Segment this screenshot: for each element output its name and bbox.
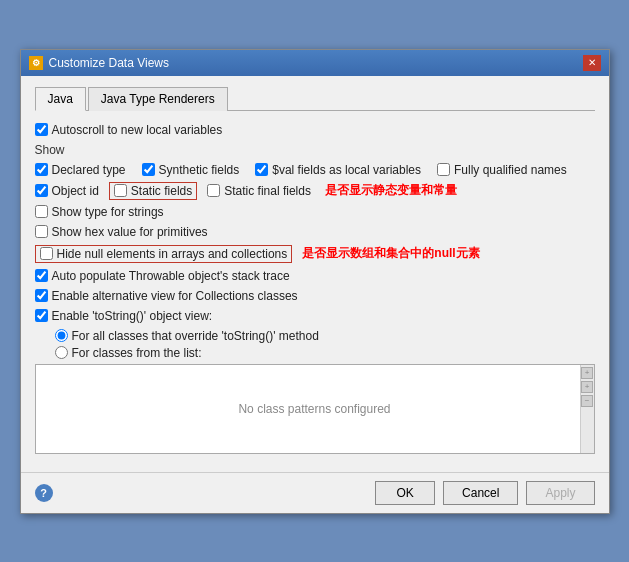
- hide-null-row: Hide null elements in arrays and collect…: [35, 245, 595, 263]
- synthetic-fields-label[interactable]: Synthetic fields: [159, 163, 240, 177]
- hide-null-highlighted: Hide null elements in arrays and collect…: [35, 245, 293, 263]
- static-final-fields-item: Static final fields: [207, 184, 311, 198]
- dialog-window: ⚙ Customize Data Views ✕ Java Java Type …: [20, 49, 610, 514]
- radio-for-list-row: For classes from the list:: [55, 346, 595, 360]
- fully-qualified-checkbox[interactable]: [437, 163, 450, 176]
- declared-type-item: Declared type: [35, 163, 126, 177]
- static-fields-label[interactable]: Static fields: [131, 184, 192, 198]
- ok-button[interactable]: OK: [375, 481, 435, 505]
- radio-for-list-label[interactable]: For classes from the list:: [72, 346, 202, 360]
- hide-null-label[interactable]: Hide null elements in arrays and collect…: [57, 247, 288, 261]
- dialog-content: Java Java Type Renderers Autoscroll to n…: [21, 76, 609, 472]
- enable-tostring-label[interactable]: Enable 'toString()' object view:: [52, 309, 213, 323]
- hide-null-checkbox[interactable]: [40, 247, 53, 260]
- enable-alternative-checkbox[interactable]: [35, 289, 48, 302]
- close-button[interactable]: ✕: [583, 55, 601, 71]
- scroll-plus2-button[interactable]: +: [581, 381, 593, 393]
- show-hex-row: Show hex value for primitives: [35, 225, 595, 239]
- help-section: ?: [35, 484, 368, 502]
- static-fields-annotation: 是否显示静态变量和常量: [325, 182, 457, 199]
- app-icon: ⚙: [29, 56, 43, 70]
- apply-button[interactable]: Apply: [526, 481, 594, 505]
- list-scrollbar: + + −: [580, 365, 594, 453]
- help-button[interactable]: ?: [35, 484, 53, 502]
- autoscroll-row: Autoscroll to new local variables: [35, 123, 595, 137]
- val-fields-label[interactable]: $val fields as local variables: [272, 163, 421, 177]
- show-row-2: Object id Static fields Static final fie…: [35, 182, 595, 200]
- object-id-item: Object id: [35, 184, 99, 198]
- fully-qualified-label[interactable]: Fully qualified names: [454, 163, 567, 177]
- scroll-plus1-button[interactable]: +: [581, 367, 593, 379]
- static-fields-item: Static fields: [109, 182, 197, 200]
- show-type-strings-row: Show type for strings: [35, 205, 595, 219]
- tab-java[interactable]: Java: [35, 87, 86, 111]
- show-hex-checkbox[interactable]: [35, 225, 48, 238]
- declared-type-checkbox[interactable]: [35, 163, 48, 176]
- autoscroll-checkbox[interactable]: [35, 123, 48, 136]
- auto-populate-label[interactable]: Auto populate Throwable object's stack t…: [52, 269, 290, 283]
- fully-qualified-item: Fully qualified names: [437, 163, 567, 177]
- title-bar: ⚙ Customize Data Views ✕: [21, 50, 609, 76]
- hide-null-annotation: 是否显示数组和集合中的null元素: [302, 245, 479, 262]
- radio-for-all-label[interactable]: For all classes that override 'toString(…: [72, 329, 319, 343]
- show-type-strings-checkbox[interactable]: [35, 205, 48, 218]
- val-fields-item: $val fields as local variables: [255, 163, 421, 177]
- show-section-label: Show: [35, 143, 595, 157]
- show-hex-label[interactable]: Show hex value for primitives: [52, 225, 208, 239]
- enable-alternative-row: Enable alternative view for Collections …: [35, 289, 595, 303]
- show-row-1: Declared type Synthetic fields $val fiel…: [35, 163, 595, 177]
- autoscroll-label[interactable]: Autoscroll to new local variables: [52, 123, 223, 137]
- object-id-checkbox[interactable]: [35, 184, 48, 197]
- object-id-label[interactable]: Object id: [52, 184, 99, 198]
- empty-list-text: No class patterns configured: [238, 402, 390, 416]
- enable-tostring-row: Enable 'toString()' object view:: [35, 309, 595, 323]
- scroll-minus-button[interactable]: −: [581, 395, 593, 407]
- val-fields-checkbox[interactable]: [255, 163, 268, 176]
- cancel-button[interactable]: Cancel: [443, 481, 518, 505]
- enable-tostring-checkbox[interactable]: [35, 309, 48, 322]
- radio-for-all-row: For all classes that override 'toString(…: [55, 329, 595, 343]
- static-final-fields-label[interactable]: Static final fields: [224, 184, 311, 198]
- auto-populate-row: Auto populate Throwable object's stack t…: [35, 269, 595, 283]
- auto-populate-checkbox[interactable]: [35, 269, 48, 282]
- enable-alternative-label[interactable]: Enable alternative view for Collections …: [52, 289, 298, 303]
- declared-type-label[interactable]: Declared type: [52, 163, 126, 177]
- radio-for-all[interactable]: [55, 329, 68, 342]
- synthetic-fields-item: Synthetic fields: [142, 163, 240, 177]
- title-bar-left: ⚙ Customize Data Views: [29, 56, 170, 70]
- radio-group: For all classes that override 'toString(…: [55, 329, 595, 360]
- dialog-title: Customize Data Views: [49, 56, 170, 70]
- class-patterns-list: No class patterns configured + + −: [35, 364, 595, 454]
- radio-for-list[interactable]: [55, 346, 68, 359]
- show-type-strings-label[interactable]: Show type for strings: [52, 205, 164, 219]
- tab-java-type-renderers[interactable]: Java Type Renderers: [88, 87, 228, 111]
- synthetic-fields-checkbox[interactable]: [142, 163, 155, 176]
- static-fields-checkbox[interactable]: [114, 184, 127, 197]
- button-bar: ? OK Cancel Apply: [21, 472, 609, 513]
- static-final-fields-checkbox[interactable]: [207, 184, 220, 197]
- tabs-bar: Java Java Type Renderers: [35, 86, 595, 111]
